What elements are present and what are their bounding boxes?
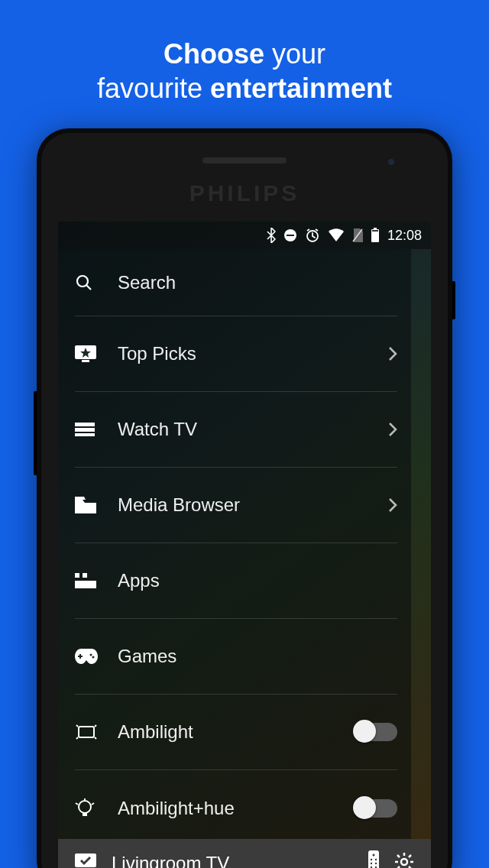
svg-rect-6: [372, 230, 378, 232]
svg-point-35: [401, 859, 407, 865]
ambilight-icon: [75, 724, 118, 740]
svg-point-20: [90, 654, 92, 656]
status-bar: 12:08: [58, 222, 431, 249]
phone-screen: 12:08 Search Top Picks: [58, 222, 431, 868]
svg-point-21: [92, 656, 95, 659]
menu-item-label: Ambilight: [118, 721, 355, 743]
svg-rect-10: [82, 360, 89, 362]
apps-icon: [75, 573, 118, 588]
svg-rect-14: [75, 433, 95, 436]
menu-item-label: Ambilight+hue: [118, 798, 355, 819]
svg-rect-5: [374, 228, 377, 229]
phone-frame: PHILIPS: [37, 128, 452, 868]
menu-item-label: Watch TV: [118, 419, 388, 440]
headline-word: Choose: [164, 38, 264, 70]
headline-word: your: [272, 38, 325, 70]
bottom-bar: Livingroom TV: [58, 839, 431, 868]
gear-icon[interactable]: [394, 852, 414, 868]
chevron-right-icon: [388, 497, 397, 513]
svg-point-23: [79, 801, 91, 813]
svg-rect-22: [79, 727, 94, 737]
folder-icon: [75, 497, 118, 513]
phone-brand-label: PHILIPS: [41, 180, 448, 206]
headline-word: entertainment: [210, 73, 392, 104]
svg-rect-17: [75, 581, 96, 588]
menu-item-games[interactable]: Games: [75, 619, 397, 695]
phone-body: PHILIPS: [41, 133, 448, 868]
gamepad-icon: [75, 649, 118, 664]
alarm-icon: [305, 228, 320, 243]
chevron-right-icon: [388, 346, 397, 361]
svg-rect-12: [75, 423, 95, 426]
svg-point-30: [375, 859, 377, 860]
chevron-right-icon: [388, 422, 397, 437]
top-picks-icon: [75, 345, 118, 362]
bluetooth-icon: [267, 228, 276, 243]
remote-icon[interactable]: [368, 850, 379, 868]
promo-headline: Choose your favourite entertainment: [0, 0, 489, 105]
menu-item-top-picks[interactable]: Top Picks: [75, 316, 397, 392]
svg-point-7: [77, 276, 88, 287]
svg-point-31: [371, 863, 372, 864]
svg-line-40: [397, 855, 400, 857]
search-icon: [75, 274, 118, 292]
do-not-disturb-icon: [283, 228, 297, 242]
power-button: [452, 281, 455, 319]
menu-item-label: Top Picks: [118, 343, 388, 364]
front-camera: [388, 159, 394, 165]
menu-item-label: Media Browser: [118, 494, 388, 516]
status-time: 12:08: [387, 228, 422, 244]
svg-point-29: [371, 859, 372, 860]
menu-item-ambilight-hue[interactable]: Ambilight+hue: [75, 770, 397, 846]
svg-point-28: [373, 854, 375, 857]
svg-rect-24: [83, 813, 87, 816]
svg-line-8: [86, 285, 91, 290]
main-menu: Search Top Picks Watch TV: [58, 249, 411, 839]
tv-check-icon: [75, 853, 96, 868]
menu-item-watch-tv[interactable]: Watch TV: [75, 392, 397, 468]
menu-item-label: Apps: [118, 570, 397, 591]
svg-rect-16: [83, 573, 87, 578]
ambilight-toggle[interactable]: [355, 723, 397, 741]
svg-rect-15: [75, 573, 79, 578]
selected-device-label: Livingroom TV: [112, 853, 353, 868]
svg-rect-1: [287, 235, 294, 236]
svg-line-43: [409, 855, 411, 857]
volume-rocker: [34, 391, 37, 475]
earpiece-speaker: [202, 157, 287, 164]
no-sim-icon: [352, 228, 363, 242]
svg-rect-27: [368, 850, 379, 868]
menu-item-label: Games: [118, 646, 397, 667]
menu-item-label: Search: [118, 272, 397, 293]
ambilight-hue-toggle[interactable]: [355, 799, 397, 818]
svg-rect-13: [75, 428, 95, 432]
battery-icon: [371, 228, 380, 243]
menu-item-ambilight[interactable]: Ambilight: [75, 695, 397, 770]
menu-item-search[interactable]: Search: [75, 249, 397, 316]
bulb-icon: [75, 798, 118, 818]
menu-item-apps[interactable]: Apps: [75, 543, 397, 619]
watch-tv-icon: [75, 423, 118, 436]
menu-item-media-browser[interactable]: Media Browser: [75, 468, 397, 543]
headline-word: favourite: [97, 73, 202, 104]
svg-point-32: [375, 863, 377, 864]
wifi-icon: [328, 228, 345, 242]
svg-rect-19: [78, 656, 83, 657]
